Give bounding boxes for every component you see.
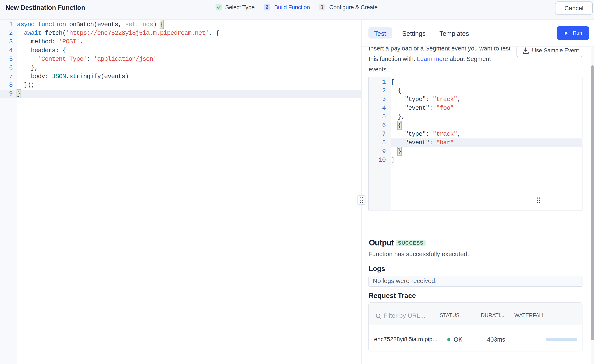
svg-text:Run: Run xyxy=(573,30,582,36)
